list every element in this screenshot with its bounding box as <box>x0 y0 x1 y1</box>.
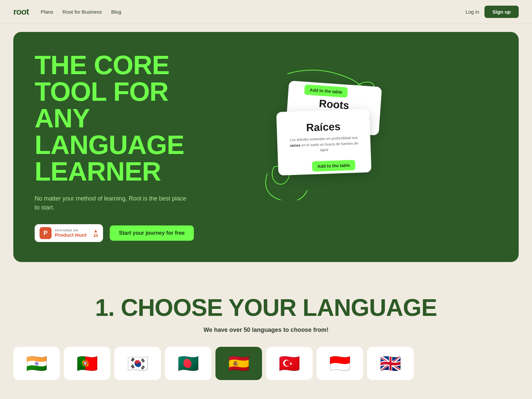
flashcard-sentence-spanish: Los árboles extienden en profundidad sus… <box>286 135 361 154</box>
site-logo[interactable]: root <box>13 7 29 17</box>
section-choose-language: 1. CHOOSE YOUR LANGUAGE We have over 50 … <box>0 274 532 397</box>
product-hunt-badge[interactable]: P FEATURED ON Product Hunt ▲ 25 <box>35 224 103 242</box>
flag-uk[interactable]: 🇬🇧 <box>367 347 414 380</box>
flag-emoji-spain: 🇪🇸 <box>228 353 250 374</box>
choose-language-heading: 1. CHOOSE YOUR LANGUAGE <box>13 294 519 321</box>
flag-india[interactable]: 🇮🇳 <box>13 347 60 380</box>
hero-heading-line2: ANY LANGUAGE <box>35 103 184 160</box>
nav-link-blog[interactable]: Blog <box>111 9 121 15</box>
product-hunt-icon: P <box>40 227 52 239</box>
signup-button[interactable]: Sign up <box>484 6 519 18</box>
flashcard-spanish: Raíces Los árboles extienden en profundi… <box>276 109 371 175</box>
login-button[interactable]: Log in <box>466 9 479 15</box>
hero-right: Add to the table Roots Trees grow their … <box>234 77 380 217</box>
flag-spain[interactable]: 🇪🇸 <box>215 347 262 380</box>
hero-subtext: No matter your method of learning, Root … <box>35 194 188 212</box>
flag-portugal[interactable]: 🇵🇹 <box>64 347 110 380</box>
ph-count: ▲ 25 <box>90 228 98 238</box>
flag-emoji-bangladesh: 🇧🇩 <box>178 353 199 374</box>
flag-turkey[interactable]: 🇹🇷 <box>266 347 313 380</box>
flashcard-word-spanish: Raíces <box>286 120 361 135</box>
choose-language-subheading: We have over 50 languages to choose from… <box>13 327 519 333</box>
nav-link-business[interactable]: Root for Business <box>63 9 102 15</box>
start-journey-button[interactable]: Start your journey for free <box>110 225 194 241</box>
nav-links: Plans Root for Business Blog <box>41 9 121 15</box>
ph-arrow-icon: ▲ <box>93 228 98 233</box>
flag-emoji-portugal: 🇵🇹 <box>76 353 98 374</box>
flag-bangladesh[interactable]: 🇧🇩 <box>165 347 211 380</box>
navbar: root Plans Root for Business Blog Log in… <box>0 0 532 24</box>
ph-name: Product Hunt <box>55 232 86 238</box>
flag-emoji-indonesia: 🇮🇩 <box>329 353 351 374</box>
flag-emoji-korea: 🇰🇷 <box>127 353 149 374</box>
flag-emoji-turkey: 🇹🇷 <box>279 353 300 374</box>
hero-actions: P FEATURED ON Product Hunt ▲ 25 Start yo… <box>35 224 234 242</box>
nav-right: Log in Sign up <box>466 6 519 18</box>
flag-korea[interactable]: 🇰🇷 <box>114 347 161 380</box>
hero-card: THE CORE TOOL FOR ANY LANGUAGE LEARNER N… <box>13 32 519 262</box>
ph-count-value: 25 <box>93 233 98 238</box>
flags-row: 🇮🇳 🇵🇹 🇰🇷 🇧🇩 🇪🇸 🇹🇷 🇮🇩 🇬🇧 <box>13 347 519 387</box>
hero-heading-line3: LEARNER <box>35 157 161 186</box>
product-hunt-text: FEATURED ON Product Hunt <box>55 229 86 238</box>
flag-emoji-india: 🇮🇳 <box>26 353 48 374</box>
add-to-table-button-bottom[interactable]: Add to the table <box>312 160 355 172</box>
hero-heading: THE CORE TOOL FOR ANY LANGUAGE LEARNER <box>35 52 234 185</box>
ph-label: FEATURED ON <box>55 229 86 232</box>
nav-link-plans[interactable]: Plans <box>41 9 54 15</box>
hero-heading-line1: THE CORE TOOL FOR <box>35 50 169 106</box>
flag-emoji-uk: 🇬🇧 <box>380 353 401 374</box>
hero-left: THE CORE TOOL FOR ANY LANGUAGE LEARNER N… <box>35 52 234 242</box>
flag-indonesia[interactable]: 🇮🇩 <box>317 347 363 380</box>
hero-section: THE CORE TOOL FOR ANY LANGUAGE LEARNER N… <box>0 24 532 274</box>
